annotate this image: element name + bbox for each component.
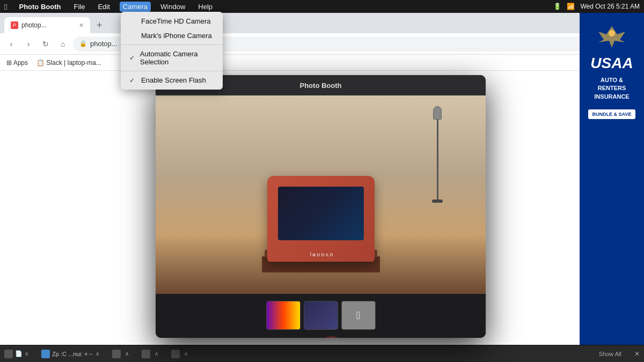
show-all-button[interactable]: Show All: [599, 351, 621, 357]
check-icon: [129, 32, 137, 40]
photo-booth-controls: ⊞ 🖼 📹 📷 Effects: [156, 337, 486, 338]
speaker-brand-label: oʌouəl: [309, 252, 333, 257]
usaa-subtitle: AUTO &RENTERSINSURANCE: [594, 76, 629, 101]
svg-point-0: [609, 30, 615, 36]
back-button[interactable]: ‹: [4, 37, 18, 51]
camera-menu-trigger[interactable]: Camera: [120, 2, 151, 12]
chrome-tabs-bar: P photop... ✕ +: [0, 13, 644, 33]
phone-screen: [278, 187, 364, 240]
auto-camera-option[interactable]: ✓ Automatic Camera Selection: [121, 47, 223, 69]
taskbar-arrow-1: ∧: [25, 351, 28, 357]
microphone-base: [432, 200, 443, 203]
reload-button[interactable]: ↻: [39, 37, 53, 51]
taskbar-item-1[interactable]: 📄 ∧: [4, 350, 28, 358]
app-name-menu[interactable]: Photo Booth: [16, 2, 64, 12]
chrome-toolbar: ‹ › ↻ ⌂ 🔒 photop... ⊞ 👤 ⋮: [0, 33, 644, 55]
eagle-svg: [596, 24, 628, 50]
taskbar-icon-1: [4, 350, 13, 358]
speaker-device: oʌouəl: [267, 176, 375, 262]
taskbar-item-5[interactable]: ∧: [171, 350, 188, 358]
taskbar-arrow-3: ∧: [125, 351, 129, 357]
usaa-logo: USAA: [590, 55, 633, 72]
microphone-rod: [437, 120, 438, 200]
address-text: photop...: [90, 40, 118, 48]
taskbar-arrow-5: ∧: [184, 351, 188, 357]
battery-icon: 🔋: [553, 3, 561, 10]
menu-divider: [121, 45, 223, 45]
thumbnail-3[interactable]: : [341, 301, 376, 330]
check-icon: ✓: [129, 77, 137, 84]
check-icon: [129, 18, 137, 25]
taskbar-item-2[interactable]: Zp :C ...nui: ×→ ∧: [41, 350, 99, 358]
macos-menubar:  Photo Booth File Edit Camera Window He…: [0, 0, 644, 13]
taskbar-icon-3: [112, 350, 121, 358]
microphone-stand: [432, 106, 443, 203]
file-menu[interactable]: File: [70, 2, 88, 12]
tab-title: photop...: [21, 21, 76, 29]
microphone-head: [433, 106, 442, 120]
thumbnail-1[interactable]: [266, 301, 301, 330]
edit-menu[interactable]: Edit: [94, 2, 113, 12]
camera-dropdown-menu: FaceTime HD Camera Mark's iPhone Camera …: [121, 12, 223, 90]
iphone-camera-option[interactable]: Mark's iPhone Camera: [121, 28, 223, 43]
new-tab-icon: +: [97, 20, 103, 31]
taskbar-icon-5: [171, 350, 180, 358]
taskbar-icon-2: [41, 350, 50, 358]
slack-bookmark[interactable]: 📋 Slack | laptop-ma...: [34, 58, 104, 68]
forward-button[interactable]: ›: [21, 37, 35, 51]
menu-divider-2: [121, 71, 223, 71]
tab-favicon: P: [11, 21, 18, 29]
close-tab-button[interactable]: ✕: [79, 22, 84, 29]
taskbar-item-4[interactable]: ∧: [142, 350, 158, 358]
thumbnail-2[interactable]: [304, 301, 338, 330]
photo-main-view: oʌouəl: [156, 95, 486, 294]
check-icon: ✓: [129, 54, 136, 62]
taskbar: 📄 ∧ Zp :C ...nui: ×→ ∧ ∧ ∧ ∧ Show All ✕: [0, 345, 644, 362]
usaa-eagle-image: [596, 24, 628, 50]
chrome-bookmarks-bar: ⊞ Apps 📋 Slack | laptop-ma... Other Book…: [0, 55, 644, 71]
wifi-icon: 📶: [567, 3, 575, 10]
chrome-tab-active[interactable]: P photop... ✕: [4, 17, 90, 33]
taskbar-item-3[interactable]: ∧: [112, 350, 129, 358]
thumbnail-1-preview: [267, 301, 300, 329]
thumbnail-3-preview: : [342, 301, 375, 329]
taskbar-arrow-4: ∧: [155, 351, 158, 357]
home-button[interactable]: ⌂: [56, 37, 70, 51]
taskbar-label-2: Zp :C ...nui: ×→: [52, 351, 93, 357]
help-menu[interactable]: Help: [195, 2, 216, 12]
window-menu[interactable]: Window: [157, 2, 188, 12]
lock-icon: 🔒: [79, 40, 87, 47]
camera-preview: oʌouəl: [156, 95, 486, 294]
chrome-tab-2[interactable]: +: [91, 17, 113, 33]
window-title: Photo Booth: [300, 82, 342, 90]
taskbar-close-button[interactable]: ✕: [634, 350, 640, 358]
taskbar-arrow-2: ∧: [96, 351, 99, 357]
usaa-cta-button[interactable]: BUNDLE & SAVE: [588, 109, 636, 119]
taskbar-label-1: 📄: [15, 350, 23, 357]
menubar-right: 🔋 📶 Wed Oct 26 5:21 AM: [553, 3, 640, 10]
photo-booth-window: Photo Booth oʌouəl: [156, 75, 486, 338]
apple-menu[interactable]: : [4, 2, 7, 11]
screen-flash-option[interactable]: ✓ Enable Screen Flash: [121, 73, 223, 87]
photo-thumbnail-strip: : [156, 294, 486, 337]
clock: Wed Oct 26 5:21 AM: [580, 3, 640, 10]
thumbnail-2-preview: [304, 301, 338, 329]
taskbar-icon-4: [142, 350, 150, 358]
usaa-advertisement: USAA AUTO &RENTERSINSURANCE BUNDLE & SAV…: [580, 13, 644, 362]
apps-bookmark[interactable]: ⊞ Apps: [4, 58, 30, 68]
facetime-camera-option[interactable]: FaceTime HD Camera: [121, 14, 223, 28]
